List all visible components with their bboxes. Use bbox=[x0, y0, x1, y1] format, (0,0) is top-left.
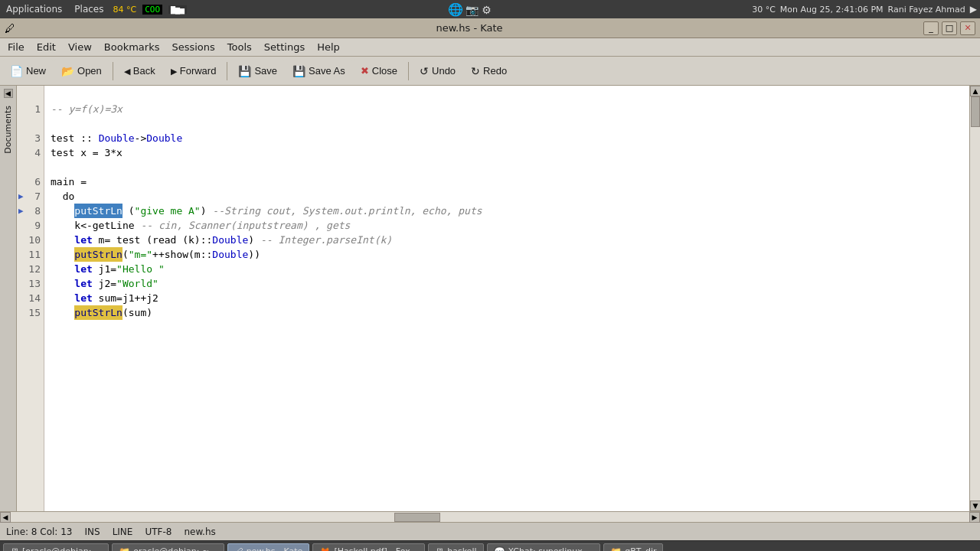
code-line-7: do bbox=[51, 189, 963, 204]
line-num-10: 10 bbox=[17, 233, 44, 247]
code-let-13: let bbox=[74, 276, 92, 291]
code-line-blank2 bbox=[51, 116, 963, 131]
sep3 bbox=[408, 62, 409, 80]
taskbar-item-qbt[interactable]: 📁 qBT_dir bbox=[603, 543, 663, 552]
system-bar-center: 🌐 📷 ⚙ bbox=[448, 2, 492, 17]
menu-edit[interactable]: Edit bbox=[31, 40, 62, 54]
vscroll-thumb[interactable] bbox=[971, 96, 980, 127]
close-window-button[interactable]: ✕ bbox=[960, 21, 975, 35]
line-num-7: ▶7 bbox=[17, 189, 44, 204]
maximize-button[interactable]: □ bbox=[942, 21, 957, 35]
forward-button[interactable]: Forward bbox=[164, 59, 224, 83]
taskbar-label-haskell: haskell bbox=[447, 546, 476, 551]
code-comment-9: -- cin, Scanner(inputstream) , gets bbox=[140, 218, 350, 233]
globe-icon: 🌐 bbox=[448, 2, 463, 17]
taskbar-item-haskell[interactable]: 🖥 haskell bbox=[428, 543, 483, 552]
hscroll-track[interactable] bbox=[11, 512, 969, 522]
code-text-15: (sum) bbox=[122, 305, 152, 320]
hscroll-right-arrow[interactable]: ▶ bbox=[969, 512, 980, 523]
line-num-1: 1 bbox=[17, 102, 44, 116]
places-menu[interactable]: Places bbox=[71, 4, 106, 15]
undo-button[interactable]: Undo bbox=[413, 59, 462, 83]
menu-view[interactable]: View bbox=[62, 40, 98, 54]
close-button[interactable]: Close bbox=[354, 59, 404, 83]
code-line-11: putStrLn("m="++show(m::Double)) bbox=[51, 247, 963, 262]
undo-icon bbox=[420, 65, 429, 77]
code-text-7: do bbox=[51, 189, 74, 204]
folder-icon: 📁 bbox=[119, 546, 130, 552]
code-string-12: "Hello " bbox=[116, 262, 165, 276]
code-text-3a: test :: bbox=[51, 131, 99, 145]
code-indent-14 bbox=[51, 291, 74, 305]
code-line-6: main = bbox=[51, 174, 963, 189]
new-label: New bbox=[26, 65, 46, 77]
undo-label: Undo bbox=[432, 65, 456, 77]
menu-bookmarks[interactable]: Bookmarks bbox=[98, 40, 166, 54]
taskbar-label-haskell-pdf: [Haskell.pdf] - Fox... bbox=[334, 546, 418, 551]
code-indent-11 bbox=[51, 247, 74, 262]
saveas-button[interactable]: Save As bbox=[286, 59, 352, 83]
applications-menu[interactable]: Applications bbox=[3, 4, 65, 15]
vscroll-up-arrow[interactable]: ▲ bbox=[970, 86, 980, 96]
line-num-14: 14 bbox=[17, 291, 44, 305]
encoding: UTF-8 bbox=[145, 527, 172, 537]
save-button[interactable]: Save bbox=[231, 59, 284, 83]
menu-settings[interactable]: Settings bbox=[258, 40, 311, 54]
taskbar-label-qbt: qBT_dir bbox=[625, 546, 656, 551]
code-text-10a: m= test (read (k):: bbox=[93, 233, 213, 247]
back-button[interactable]: Back bbox=[117, 59, 162, 83]
redo-label: Redo bbox=[483, 65, 507, 77]
code-line-12: let j1="Hello " bbox=[51, 262, 963, 276]
code-indent-9: k bbox=[51, 218, 80, 233]
close-icon bbox=[361, 65, 369, 77]
taskbar: 🖥 [oracle@debian: ... 📁 oracle@debian: ~… bbox=[0, 540, 980, 551]
taskbar-item-haskell-pdf[interactable]: 🦊 [Haskell.pdf] - Fox... bbox=[312, 543, 425, 552]
taskbar-item-kate[interactable]: 🖊 new.hs - Kate bbox=[227, 543, 310, 552]
save-label: Save bbox=[254, 65, 277, 77]
menu-tools[interactable]: Tools bbox=[221, 40, 258, 54]
sep1 bbox=[113, 62, 113, 80]
hscroll-bar[interactable]: ◀ ▶ bbox=[0, 511, 980, 522]
code-let-12: let bbox=[74, 262, 92, 276]
code-line-4: test x = 3*x bbox=[51, 145, 963, 160]
vscroll-down-arrow[interactable]: ▼ bbox=[970, 500, 980, 511]
open-label: Open bbox=[77, 65, 102, 77]
vscroll-track[interactable] bbox=[970, 96, 980, 500]
code-area[interactable]: -- y=f(x)=3x test :: Double->Double test… bbox=[44, 86, 969, 511]
minimize-button[interactable]: _ bbox=[923, 21, 939, 35]
code-arrow-9: <- bbox=[80, 218, 93, 233]
taskbar-item-xchat[interactable]: 💬 XChat: superlinux-... bbox=[487, 543, 601, 552]
line-num-blank0 bbox=[17, 87, 44, 102]
new-button[interactable]: New bbox=[3, 59, 53, 83]
code-line-10: let m= test (read (k)::Double) -- Intege… bbox=[51, 233, 963, 247]
vscroll[interactable]: ▲ ▼ bbox=[969, 86, 980, 511]
side-panel[interactable]: ◀ Documents bbox=[0, 86, 17, 511]
code-line-8: putStrLn ("give me A") --String cout, Sy… bbox=[51, 204, 963, 218]
menu-file[interactable]: File bbox=[2, 40, 31, 54]
menu-help[interactable]: Help bbox=[311, 40, 346, 54]
open-button[interactable]: Open bbox=[54, 59, 109, 83]
code-line-1: -- y=f(x)=3x bbox=[51, 102, 963, 116]
code-string-13: "World" bbox=[116, 276, 158, 291]
back-label: Back bbox=[133, 65, 155, 77]
taskbar-item-oracle-term[interactable]: 🖥 [oracle@debian: ... bbox=[3, 543, 109, 552]
code-putstrln-15: putStrLn bbox=[74, 305, 122, 320]
line-num-15: 15 bbox=[17, 305, 44, 320]
taskbar-item-oracle-file[interactable]: 📁 oracle@debian: ~... bbox=[112, 543, 224, 552]
line-num-12: 12 bbox=[17, 262, 44, 276]
line-num-4: 4 bbox=[17, 145, 44, 160]
line-num-6: 6 bbox=[17, 174, 44, 189]
hscroll-thumb[interactable] bbox=[394, 513, 440, 522]
system-bar: Applications Places 84 °C COO ▇▆▅ 🌐 📷 ⚙ … bbox=[0, 0, 980, 18]
toolbar: New Open Back Forward Save Save As Close… bbox=[0, 57, 980, 86]
code-line-9: k<-getLine -- cin, Scanner(inputstream) … bbox=[51, 218, 963, 233]
panel-toggle[interactable]: ◀ bbox=[4, 89, 13, 98]
code-indent-8 bbox=[51, 204, 74, 218]
status-filename: new.hs bbox=[184, 527, 215, 537]
menu-sessions[interactable]: Sessions bbox=[165, 40, 220, 54]
redo-button[interactable]: Redo bbox=[464, 59, 514, 83]
code-let-10: let bbox=[74, 233, 92, 247]
code-space-8: ( bbox=[122, 204, 135, 218]
hscroll-left-arrow[interactable]: ◀ bbox=[0, 512, 11, 523]
chevron-right-icon[interactable]: ▶ bbox=[970, 4, 977, 15]
